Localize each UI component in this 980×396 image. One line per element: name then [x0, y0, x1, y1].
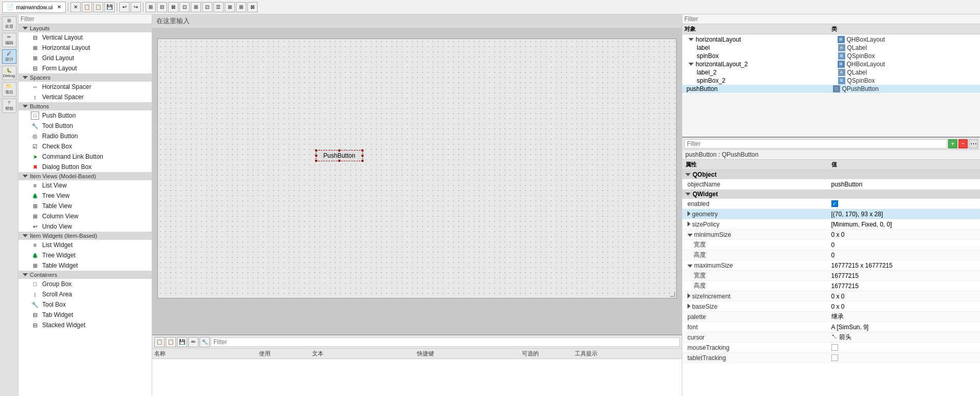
action-btn-3[interactable]: 💾	[177, 337, 187, 347]
prop-row-mousetracking[interactable]: mouseTracking	[682, 343, 980, 353]
resize-handle-bl[interactable]	[315, 160, 317, 162]
widget-item-vertical-layout[interactable]: ⊟ Vertical Layout	[19, 32, 152, 43]
widget-item-table-view[interactable]: ⊞ Table View	[19, 201, 152, 211]
toolbar-btn-layout6[interactable]: ⊡	[202, 2, 212, 12]
minimumsize-expand-icon[interactable]	[687, 234, 693, 237]
prop-row-sizeincrement[interactable]: sizeIncrement 0 x 0	[682, 291, 980, 301]
widget-item-tree-view[interactable]: 🌲 Tree View	[19, 191, 152, 201]
form-canvas[interactable]: PushButton	[157, 39, 677, 298]
debug-icon-btn[interactable]: 🐛 Debug	[2, 66, 16, 80]
prop-row-basesize[interactable]: baseSize 0 x 0	[682, 301, 980, 312]
prop-minus-button[interactable]: −	[958, 139, 968, 148]
prop-row-minimumsize[interactable]: minimumSize 0 x 0	[682, 230, 980, 240]
prop-dots-button[interactable]: ⋯	[969, 139, 978, 148]
prop-row-width[interactable]: 宽度 0	[682, 240, 980, 250]
prop-row-cursor[interactable]: cursor ↖ 箭头	[682, 332, 980, 343]
sizeincrement-expand-icon[interactable]	[687, 293, 691, 298]
obj-inspector-filter[interactable]	[682, 14, 980, 24]
toolbar-btn-1[interactable]: ✕	[70, 2, 81, 12]
resize-handle-ml[interactable]	[315, 155, 317, 157]
widget-item-grid-layout[interactable]: ⊞ Grid Layout	[19, 53, 152, 63]
widget-item-list-widget[interactable]: ≡ List Widget	[19, 240, 152, 250]
resize-handle-br[interactable]	[361, 160, 364, 162]
widget-item-stacked-widget[interactable]: ⊟ Stacked Widget	[19, 320, 152, 330]
widget-item-tree-widget[interactable]: 🌲 Tree Widget	[19, 250, 152, 260]
obj-row-horizontal-layout[interactable]: horizontalLayout ⊞ QHBoxLayout	[682, 35, 980, 44]
prop-row-objectname[interactable]: objectName pushButton	[682, 179, 980, 190]
toolbar-btn-layout7[interactable]: ☰	[213, 2, 224, 12]
obj-row-label2[interactable]: label_2 A QLabel	[682, 68, 980, 77]
item-views-collapse-icon[interactable]	[23, 175, 28, 178]
toolbar-btn-layout5[interactable]: ⊞	[191, 2, 201, 12]
resize-handle-tl[interactable]	[315, 149, 317, 152]
edit-icon-btn[interactable]: ✏ 编辑	[2, 33, 16, 47]
action-btn-4[interactable]: ✏	[188, 337, 198, 347]
toolbar-btn-layout10[interactable]: ⊠	[247, 2, 258, 12]
widget-item-horizontal-layout[interactable]: ⊞ Horizontal Layout	[19, 43, 152, 53]
widget-item-column-view[interactable]: ⊞ Column View	[19, 211, 152, 221]
toolbar-btn-4[interactable]: 💾	[104, 2, 115, 12]
action-btn-2[interactable]: 📋	[166, 337, 176, 347]
prop-row-height[interactable]: 高度 0	[682, 250, 980, 260]
maximumsize-expand-icon[interactable]	[687, 265, 693, 268]
toolbar-btn-layout4[interactable]: ⊡	[179, 2, 190, 12]
welcome-icon-btn[interactable]: ⊞ 欢迎	[2, 16, 16, 31]
widget-item-group-box[interactable]: □ Group Box	[19, 279, 152, 289]
toolbar-btn-layout1[interactable]: ⊞	[146, 2, 156, 12]
toolbar-btn-layout8[interactable]: ⊞	[225, 2, 235, 12]
prop-row-palette[interactable]: palette 继承	[682, 312, 980, 322]
toolbar-btn-2[interactable]: 📋	[82, 2, 92, 12]
expand-icon-hlayout2[interactable]	[688, 63, 694, 66]
toolbar-btn-layout2[interactable]: ⊟	[157, 2, 167, 12]
toolbar-btn-undo[interactable]: ↩	[119, 2, 130, 12]
widget-filter-input[interactable]	[19, 14, 152, 24]
prop-row-font[interactable]: font A [SimSun, 9]	[682, 322, 980, 332]
obj-row-spinbox[interactable]: spinBox ⊞ QSpinBox	[682, 52, 980, 60]
widget-item-radio-button[interactable]: ◎ Radio Button	[19, 131, 152, 141]
resize-handle-bm[interactable]	[338, 160, 340, 162]
widget-item-undo-view[interactable]: ↩ Undo View	[19, 221, 152, 232]
prop-row-tablettracking[interactable]: tabletTracking	[682, 353, 980, 363]
prop-row-maxwidth[interactable]: 宽度 16777215	[682, 271, 980, 281]
widget-item-check-box[interactable]: ☑ Check Box	[19, 141, 152, 152]
widget-item-table-widget[interactable]: ⊞ Table Widget	[19, 260, 152, 271]
obj-row-spinbox2[interactable]: spinBox_2 ⊞ QSpinBox	[682, 77, 980, 85]
layouts-collapse-icon[interactable]	[23, 27, 28, 30]
design-icon-btn[interactable]: 🖊 设计	[2, 49, 16, 64]
obj-row-pushbutton[interactable]: pushButton □ QPushButton	[682, 85, 980, 93]
buttons-collapse-icon[interactable]	[23, 105, 28, 108]
close-icon[interactable]: ✕	[57, 4, 61, 10]
expand-icon-hlayout[interactable]	[688, 38, 694, 41]
resize-handle-tm[interactable]	[338, 149, 340, 152]
widget-item-list-view[interactable]: ≡ List View	[19, 180, 152, 191]
prop-row-enabled[interactable]: enabled ✓	[682, 199, 980, 209]
action-btn-1[interactable]: 📋	[154, 337, 165, 347]
widget-item-tool-button[interactable]: 🔧 Tool Button	[19, 121, 152, 131]
widget-item-command-link-button[interactable]: ➤ Command Link Button	[19, 152, 152, 162]
widget-item-scroll-area[interactable]: ↕ Scroll Area	[19, 289, 152, 299]
toolbar-btn-3[interactable]: 📋	[93, 2, 103, 12]
prop-filter-input[interactable]	[684, 139, 947, 148]
mousetracking-checkbox[interactable]	[831, 344, 838, 351]
tablettracking-checkbox[interactable]	[831, 354, 838, 361]
canvas-container[interactable]: PushButton	[152, 28, 682, 334]
canvas-resize-handle[interactable]	[670, 292, 675, 297]
push-button-canvas-widget[interactable]: PushButton	[316, 150, 363, 161]
widget-item-form-layout[interactable]: ⊟ Form Layout	[19, 63, 152, 73]
widget-item-tool-box[interactable]: 🔧 Tool Box	[19, 299, 152, 310]
qobject-section-icon[interactable]	[685, 173, 691, 176]
enabled-checkbox[interactable]: ✓	[831, 200, 838, 207]
containers-collapse-icon[interactable]	[23, 273, 28, 276]
widget-item-vertical-spacer[interactable]: ↕ Vertical Spacer	[19, 92, 152, 102]
spacers-collapse-icon[interactable]	[23, 76, 28, 79]
toolbar-btn-layout9[interactable]: ⊞	[236, 2, 246, 12]
item-widgets-collapse-icon[interactable]	[23, 234, 28, 237]
widget-item-horizontal-spacer[interactable]: ↔ Horizontal Spacer	[19, 82, 152, 92]
widget-item-push-button[interactable]: □ Push Button	[19, 110, 152, 121]
prop-row-geometry[interactable]: geometry [(70, 170), 93 x 28]	[682, 209, 980, 219]
toolbar-btn-redo[interactable]: ↪	[131, 2, 141, 12]
sizepolicy-expand-icon[interactable]	[687, 221, 691, 227]
qwidget-section-icon[interactable]	[685, 193, 691, 196]
resize-handle-mr[interactable]	[361, 155, 364, 157]
prop-row-maximumsize[interactable]: maximumSize 16777215 x 16777215	[682, 260, 980, 271]
